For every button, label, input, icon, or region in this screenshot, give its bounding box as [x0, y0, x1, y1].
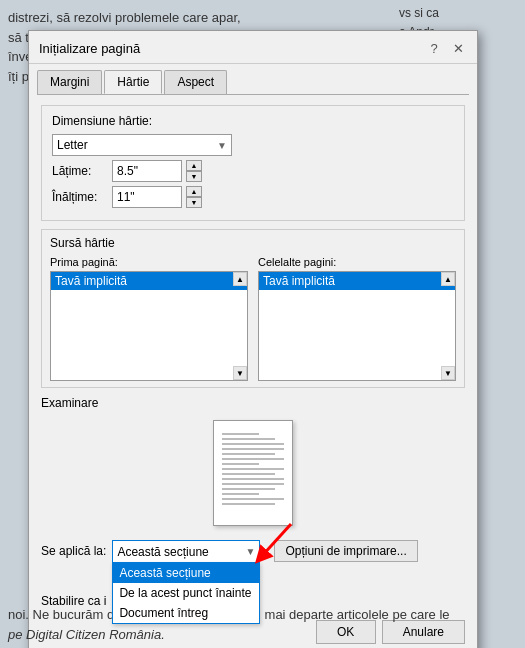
dropdown-item-whole-doc[interactable]: Document întreg: [113, 603, 259, 623]
preview-box: [41, 414, 465, 532]
red-arrow-indicator: [246, 519, 296, 572]
height-label: Înălțime:: [52, 190, 112, 204]
other-scroll-down-icon[interactable]: ▼: [441, 366, 455, 380]
preview-label: Examinare: [41, 396, 465, 410]
width-spinner: ▲ ▼: [112, 160, 202, 182]
preview-line: [222, 493, 259, 495]
width-down-button[interactable]: ▼: [186, 171, 202, 182]
apply-to-dropdown-container: Această secțiune ▼ Această secțiune De l…: [112, 540, 260, 562]
width-up-button[interactable]: ▲: [186, 160, 202, 171]
tabs-container: Margini Hârtie Aspect: [29, 64, 477, 94]
scroll-up-icon[interactable]: ▲: [233, 272, 247, 286]
dialog-title: Inițializare pagină: [39, 41, 140, 56]
paper-size-select[interactable]: Letter ▼: [52, 134, 232, 156]
preview-line: [222, 488, 275, 490]
other-pages-listbox[interactable]: Tavă implicită ▲ ▼: [258, 271, 456, 381]
width-spinner-buttons: ▲ ▼: [186, 160, 202, 182]
first-page-col: Prima pagină: Tavă implicită ▲ ▼: [50, 256, 248, 381]
dropdown-item-this-section[interactable]: Această secțiune: [113, 563, 259, 583]
height-up-button[interactable]: ▲: [186, 186, 202, 197]
height-row: Înălțime: ▲ ▼: [52, 186, 454, 208]
dialog-controls: ? ✕: [425, 39, 467, 57]
other-pages-col: Celelalte pagini: Tavă implicită ▲ ▼: [258, 256, 456, 381]
scroll-down-icon[interactable]: ▼: [233, 366, 247, 380]
page-preview: [213, 420, 293, 526]
preview-line: [222, 473, 275, 475]
preview-line: [222, 478, 284, 480]
dropdown-item-from-here[interactable]: De la acest punct înainte: [113, 583, 259, 603]
preview-line: [222, 483, 284, 485]
width-row: Lățime: ▲ ▼: [52, 160, 454, 182]
apply-to-label: Se aplică la:: [41, 544, 106, 558]
tab-margini[interactable]: Margini: [37, 70, 102, 94]
other-pages-tava[interactable]: Tavă implicită: [259, 272, 455, 290]
paper-size-row: Letter ▼: [52, 134, 454, 156]
preview-line: [222, 468, 284, 470]
first-page-tava[interactable]: Tavă implicită: [51, 272, 247, 290]
preview-line: [222, 498, 284, 500]
close-button[interactable]: ✕: [449, 39, 467, 57]
width-input[interactable]: [112, 160, 182, 182]
svg-line-1: [261, 524, 291, 557]
paper-size-title: Dimensiune hârtie:: [52, 114, 454, 128]
first-page-listbox[interactable]: Tavă implicită ▲ ▼: [50, 271, 248, 381]
preview-line: [222, 463, 259, 465]
help-button[interactable]: ?: [425, 39, 443, 57]
height-input[interactable]: [112, 186, 182, 208]
height-spinner: ▲ ▼: [112, 186, 202, 208]
height-spinner-buttons: ▲ ▼: [186, 186, 202, 208]
preview-line: [222, 443, 284, 445]
other-scroll-up-icon[interactable]: ▲: [441, 272, 455, 286]
paper-source-title: Sursă hârtie: [50, 236, 456, 250]
paper-size-group: Dimensiune hârtie: Letter ▼ Lățime: ▲ ▼: [41, 105, 465, 221]
first-page-label: Prima pagină:: [50, 256, 248, 268]
paper-source-group: Sursă hârtie Prima pagină: Tavă implicit…: [41, 229, 465, 388]
height-down-button[interactable]: ▼: [186, 197, 202, 208]
tab-aspect[interactable]: Aspect: [164, 70, 227, 94]
dialog-titlebar: Inițializare pagină ? ✕: [29, 31, 477, 64]
preview-section: Examinare: [41, 396, 465, 532]
dialog-body: Dimensiune hârtie: Letter ▼ Lățime: ▲ ▼: [29, 95, 477, 648]
other-pages-label: Celelalte pagini:: [258, 256, 456, 268]
width-label: Lățime:: [52, 164, 112, 178]
preview-line: [222, 503, 275, 505]
chevron-down-icon: ▼: [217, 140, 227, 151]
preview-line: [222, 448, 284, 450]
apply-to-select[interactable]: Această secțiune ▼: [112, 540, 260, 562]
preview-lines: [222, 433, 284, 508]
preview-line: [222, 438, 275, 440]
preview-line: [222, 433, 259, 435]
page-setup-dialog: Inițializare pagină ? ✕ Margini Hârtie A…: [28, 30, 478, 648]
paper-source-cols: Prima pagină: Tavă implicită ▲ ▼ Celelal…: [50, 256, 456, 381]
apply-to-dropdown: Această secțiune De la acest punct înain…: [112, 562, 260, 624]
tab-hartie[interactable]: Hârtie: [104, 70, 162, 94]
preview-line: [222, 458, 284, 460]
preview-line: [222, 453, 275, 455]
bottom-background-text: noi. Ne bucurăm dacă ne contactezi sau d…: [0, 601, 525, 648]
apply-to-row: Se aplică la: Această secțiune ▼ Această…: [41, 540, 465, 562]
